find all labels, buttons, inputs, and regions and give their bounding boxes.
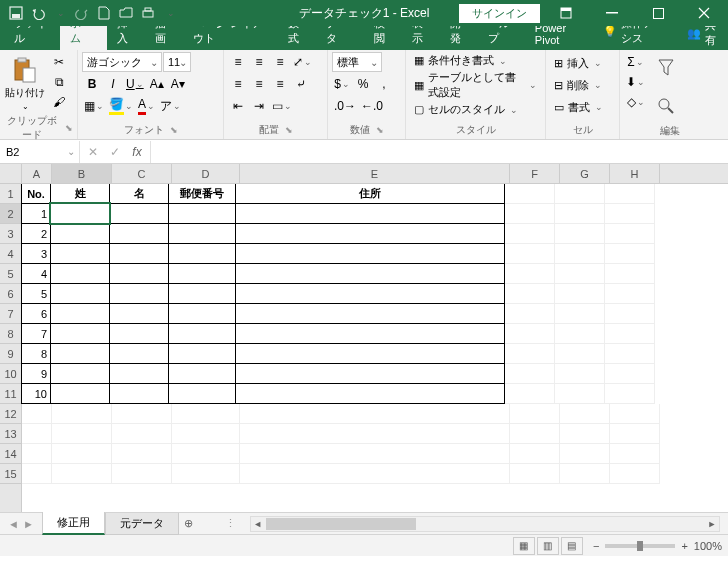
cell[interactable] — [52, 404, 112, 424]
cell[interactable] — [235, 263, 505, 284]
cell[interactable]: 5 — [21, 283, 51, 304]
redo-icon[interactable] — [72, 2, 92, 24]
decrease-indent-icon[interactable]: ⇤ — [228, 96, 248, 116]
bold-button[interactable]: B — [82, 74, 102, 94]
merge-center-icon[interactable]: ▭ — [270, 96, 294, 116]
cell[interactable] — [555, 364, 605, 384]
increase-decimal-icon[interactable]: .0→ — [332, 96, 358, 116]
orientation-icon[interactable]: ⤢ — [291, 52, 314, 72]
align-bottom-icon[interactable]: ≡ — [270, 52, 290, 72]
cell[interactable] — [172, 424, 240, 444]
font-launcher[interactable]: ⬊ — [170, 125, 178, 135]
cell[interactable] — [168, 323, 236, 344]
row-header[interactable]: 6 — [0, 284, 21, 304]
cell[interactable] — [109, 363, 169, 384]
row-header[interactable]: 7 — [0, 304, 21, 324]
cell[interactable] — [112, 424, 172, 444]
qat-customize[interactable] — [160, 2, 180, 24]
cell[interactable] — [22, 404, 52, 424]
cell[interactable] — [605, 264, 655, 284]
signin-button[interactable]: サインイン — [459, 4, 540, 23]
cell[interactable] — [510, 424, 560, 444]
fill-button[interactable]: ⬇ — [624, 72, 647, 92]
cell[interactable] — [52, 444, 112, 464]
select-all-triangle[interactable] — [0, 164, 22, 183]
accounting-format-icon[interactable]: $ — [332, 74, 352, 94]
cell[interactable] — [168, 203, 236, 224]
cell[interactable] — [235, 223, 505, 244]
align-left-icon[interactable]: ≡ — [228, 74, 248, 94]
cell[interactable] — [240, 404, 510, 424]
phonetic-button[interactable]: ア — [158, 96, 183, 116]
cell[interactable] — [50, 243, 110, 264]
decrease-decimal-icon[interactable]: ←.0 — [359, 96, 385, 116]
cell[interactable] — [168, 283, 236, 304]
cell[interactable] — [560, 464, 610, 484]
row-header[interactable]: 13 — [0, 424, 21, 444]
cell[interactable] — [52, 464, 112, 484]
cell[interactable] — [605, 304, 655, 324]
cell[interactable] — [505, 324, 555, 344]
format-as-table-button[interactable]: ▦テーブルとして書式設定 — [410, 69, 541, 101]
cell[interactable] — [109, 283, 169, 304]
cell-styles-button[interactable]: ▢セルのスタイル — [410, 101, 522, 118]
column-header[interactable]: A — [22, 164, 52, 183]
cell[interactable] — [235, 343, 505, 364]
cell[interactable] — [172, 444, 240, 464]
cell[interactable] — [605, 244, 655, 264]
cell[interactable] — [112, 404, 172, 424]
cell[interactable] — [605, 184, 655, 204]
cell[interactable] — [610, 464, 660, 484]
fill-color-button[interactable]: 🪣 — [107, 96, 135, 116]
conditional-formatting-button[interactable]: ▦条件付き書式 — [410, 52, 511, 69]
cell[interactable] — [22, 444, 52, 464]
autosum-button[interactable]: Σ — [624, 52, 647, 72]
cell[interactable] — [505, 204, 555, 224]
cell[interactable]: 7 — [21, 323, 51, 344]
sheet-tab-other[interactable]: 元データ — [105, 513, 179, 535]
percent-format-icon[interactable]: % — [353, 74, 373, 94]
cell[interactable]: 郵便番号 — [168, 184, 236, 204]
underline-button[interactable]: U — [124, 74, 146, 94]
column-header[interactable]: B — [52, 164, 112, 183]
cell[interactable] — [605, 284, 655, 304]
column-header[interactable]: H — [610, 164, 660, 183]
cell[interactable]: No. — [21, 184, 51, 204]
cell[interactable] — [172, 404, 240, 424]
cell[interactable] — [555, 284, 605, 304]
cell[interactable]: 住所 — [235, 184, 505, 204]
cell[interactable] — [50, 323, 110, 344]
cell[interactable] — [555, 184, 605, 204]
find-select-button[interactable] — [654, 90, 678, 122]
cell[interactable] — [50, 363, 110, 384]
align-middle-icon[interactable]: ≡ — [249, 52, 269, 72]
number-launcher[interactable]: ⬊ — [376, 125, 384, 135]
maximize-button[interactable] — [638, 0, 678, 26]
cell[interactable] — [505, 364, 555, 384]
cell[interactable] — [112, 444, 172, 464]
cell[interactable] — [605, 364, 655, 384]
cell[interactable] — [560, 424, 610, 444]
cell[interactable]: 8 — [21, 343, 51, 364]
cell[interactable] — [505, 284, 555, 304]
row-header[interactable]: 10 — [0, 364, 21, 384]
close-button[interactable] — [684, 0, 724, 26]
cell[interactable] — [168, 303, 236, 324]
cell[interactable] — [610, 404, 660, 424]
horizontal-scrollbar[interactable]: ◄ ► — [250, 516, 720, 532]
row-header[interactable]: 12 — [0, 404, 21, 424]
format-painter-icon[interactable]: 🖌 — [49, 92, 69, 112]
cell[interactable] — [168, 343, 236, 364]
row-header[interactable]: 9 — [0, 344, 21, 364]
number-format-select[interactable]: 標準 — [332, 52, 382, 72]
cell[interactable] — [605, 324, 655, 344]
align-top-icon[interactable]: ≡ — [228, 52, 248, 72]
cell[interactable] — [605, 204, 655, 224]
cell[interactable] — [168, 223, 236, 244]
cell[interactable] — [168, 263, 236, 284]
undo-dropdown[interactable] — [50, 2, 70, 24]
column-header[interactable]: D — [172, 164, 240, 183]
cell[interactable] — [50, 203, 110, 224]
zoom-level[interactable]: 100% — [694, 540, 722, 552]
cell[interactable] — [50, 223, 110, 244]
